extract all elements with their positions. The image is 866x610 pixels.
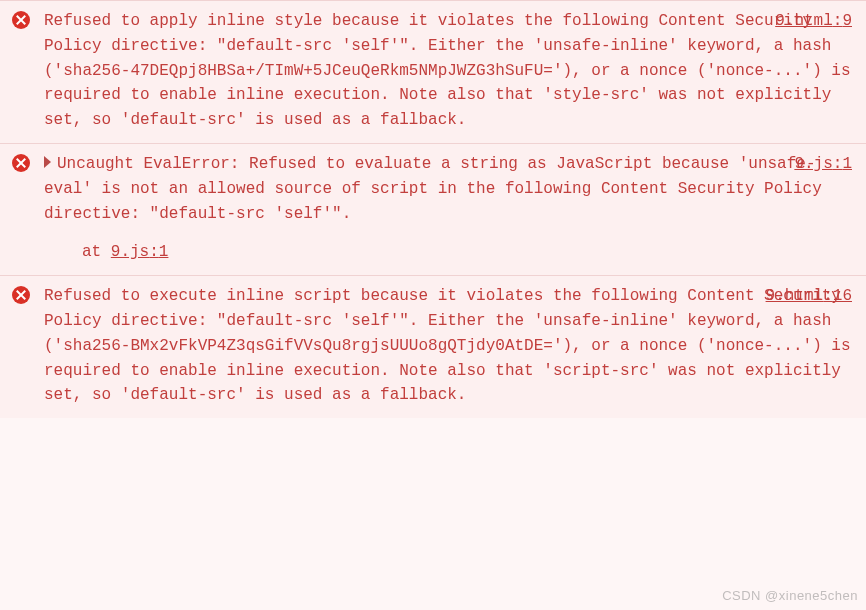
error-icon bbox=[12, 11, 30, 29]
console-error-entry: 9.html:9 Refused to apply inline style b… bbox=[0, 0, 866, 143]
error-icon bbox=[12, 154, 30, 172]
source-line: 16 bbox=[833, 287, 852, 305]
error-message[interactable]: Refused to execute inline script because… bbox=[44, 284, 856, 408]
source-link[interactable]: 9.html:9 bbox=[775, 9, 852, 34]
watermark-text: CSDN @xinene5chen bbox=[722, 586, 858, 606]
source-file: 9.html bbox=[766, 287, 824, 305]
source-line: 1 bbox=[842, 155, 852, 173]
error-icon bbox=[12, 286, 30, 304]
stack-prefix: at bbox=[82, 243, 111, 261]
error-message[interactable]: Uncaught EvalError: Refused to evaluate … bbox=[44, 152, 856, 226]
stack-frame[interactable]: at 9.js:1 bbox=[44, 240, 856, 265]
console-error-entry: 9.html:16 Refused to execute inline scri… bbox=[0, 275, 866, 418]
console-error-entry: 9.js:1 Uncaught EvalError: Refused to ev… bbox=[0, 143, 866, 275]
source-line: 9 bbox=[842, 12, 852, 30]
expand-caret-icon[interactable] bbox=[44, 156, 51, 168]
source-file: 9.html bbox=[775, 12, 833, 30]
source-link[interactable]: 9.html:16 bbox=[766, 284, 852, 309]
source-link[interactable]: 9.js:1 bbox=[794, 152, 852, 177]
console-panel: 9.html:9 Refused to apply inline style b… bbox=[0, 0, 866, 418]
source-file: 9.js bbox=[794, 155, 832, 173]
error-message[interactable]: Refused to apply inline style because it… bbox=[44, 9, 856, 133]
error-message-text: Uncaught EvalError: Refused to evaluate … bbox=[44, 155, 831, 223]
stack-file: 9.js bbox=[111, 243, 149, 261]
stack-line: 1 bbox=[159, 243, 169, 261]
